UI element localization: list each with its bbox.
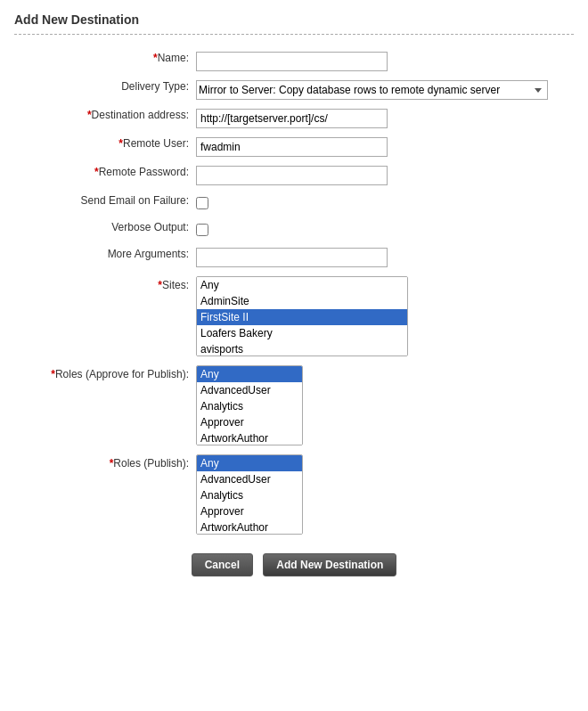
remote-password-label: Remote Password: (99, 166, 189, 178)
destination-address-input[interactable] (196, 109, 388, 128)
destination-address-row: *Destination address: (14, 104, 574, 133)
remote-password-input-cell (192, 161, 574, 190)
name-row: *Name: (14, 47, 574, 76)
page-container: Add New Destination *Name: Delivery Type… (0, 0, 588, 603)
name-label: Name: (158, 52, 189, 64)
remote-password-label-cell: *Remote Password: (14, 161, 192, 190)
roles-approve-label-cell: *Roles (Approve for Publish): (14, 361, 192, 450)
roles-publish-option-artworkauthor: ArtworkAuthor (197, 519, 302, 535)
roles-approve-select[interactable]: Any AdvancedUser Analytics Approver Artw… (196, 365, 303, 445)
roles-publish-option-any: Any (197, 455, 302, 471)
name-input[interactable] (196, 52, 388, 71)
sites-option-avisports: avisports (197, 341, 407, 356)
verbose-output-label-cell: Verbose Output: (14, 217, 192, 243)
page-title: Add New Destination (14, 12, 574, 27)
roles-approve-row: *Roles (Approve for Publish): Any Advanc… (14, 361, 574, 450)
destination-address-label: Destination address: (92, 109, 189, 121)
delivery-type-select[interactable]: Mirror to Server: Copy database rows to … (196, 80, 548, 100)
send-email-input-cell (192, 190, 574, 217)
more-arguments-label: More Arguments: (108, 248, 189, 260)
divider (14, 34, 574, 35)
verbose-output-label: Verbose Output: (111, 221, 189, 233)
sites-option-loafers: Loafers Bakery (197, 325, 407, 341)
button-row: Cancel Add New Destination (14, 553, 574, 591)
name-label-cell: *Name: (14, 47, 192, 76)
roles-approve-input-cell: Any AdvancedUser Analytics Approver Artw… (192, 361, 574, 450)
delivery-type-label-cell: Delivery Type: (14, 76, 192, 104)
more-arguments-input-cell (192, 243, 574, 272)
roles-approve-option-any: Any (197, 366, 302, 382)
delivery-type-row: Delivery Type: Mirror to Server: Copy da… (14, 76, 574, 104)
more-arguments-input[interactable] (196, 248, 388, 267)
roles-publish-row: *Roles (Publish): Any AdvancedUser Analy… (14, 450, 574, 539)
remote-password-row: *Remote Password: (14, 161, 574, 190)
form-table: *Name: Delivery Type: Mirror to Server: … (14, 47, 574, 539)
roles-publish-option-approver: Approver (197, 503, 302, 519)
remote-user-input[interactable] (196, 137, 388, 157)
more-arguments-label-cell: More Arguments: (14, 243, 192, 272)
send-email-row: Send Email on Failure: (14, 190, 574, 217)
remote-user-label: Remote User: (123, 137, 189, 150)
roles-publish-select[interactable]: Any AdvancedUser Analytics Approver Artw… (196, 454, 303, 535)
verbose-output-row: Verbose Output: (14, 217, 574, 243)
roles-publish-label: Roles (Publish): (113, 457, 189, 470)
cancel-button[interactable]: Cancel (192, 553, 253, 576)
delivery-type-input-cell: Mirror to Server: Copy database rows to … (192, 76, 574, 104)
roles-publish-option-analytics: Analytics (197, 487, 302, 503)
destination-address-input-cell (192, 104, 574, 133)
send-email-label-cell: Send Email on Failure: (14, 190, 192, 217)
destination-address-label-cell: *Destination address: (14, 104, 192, 133)
roles-publish-input-cell: Any AdvancedUser Analytics Approver Artw… (192, 450, 574, 539)
send-email-checkbox[interactable] (196, 197, 208, 209)
remote-user-input-cell (192, 133, 574, 161)
sites-label-cell: *Sites: (14, 272, 192, 361)
roles-approve-option-advanceduser: AdvancedUser (197, 382, 302, 398)
sites-row: *Sites: Any AdminSite FirstSite II Loafe… (14, 272, 574, 361)
name-input-cell (192, 47, 574, 76)
roles-approve-label: Roles (Approve for Publish): (55, 368, 189, 380)
add-new-destination-button[interactable]: Add New Destination (263, 553, 396, 576)
sites-option-adminsite: AdminSite (197, 293, 407, 309)
more-arguments-row: More Arguments: (14, 243, 574, 272)
roles-approve-option-artworkauthor: ArtworkAuthor (197, 430, 302, 445)
sites-label: Sites: (162, 279, 189, 291)
roles-publish-option-advanceduser: AdvancedUser (197, 471, 302, 487)
remote-password-input[interactable] (196, 166, 388, 185)
send-email-label: Send Email on Failure: (81, 194, 189, 207)
verbose-output-input-cell (192, 217, 574, 243)
remote-user-row: *Remote User: (14, 133, 574, 161)
remote-user-label-cell: *Remote User: (14, 133, 192, 161)
sites-input-cell: Any AdminSite FirstSite II Loafers Baker… (192, 272, 574, 361)
verbose-output-checkbox[interactable] (196, 224, 208, 236)
delivery-type-label: Delivery Type: (121, 80, 189, 93)
sites-option-firstsite: FirstSite II (197, 309, 407, 325)
roles-approve-option-approver: Approver (197, 414, 302, 430)
sites-option-any: Any (197, 277, 407, 293)
roles-publish-label-cell: *Roles (Publish): (14, 450, 192, 539)
sites-select[interactable]: Any AdminSite FirstSite II Loafers Baker… (196, 276, 408, 356)
roles-approve-option-analytics: Analytics (197, 398, 302, 414)
